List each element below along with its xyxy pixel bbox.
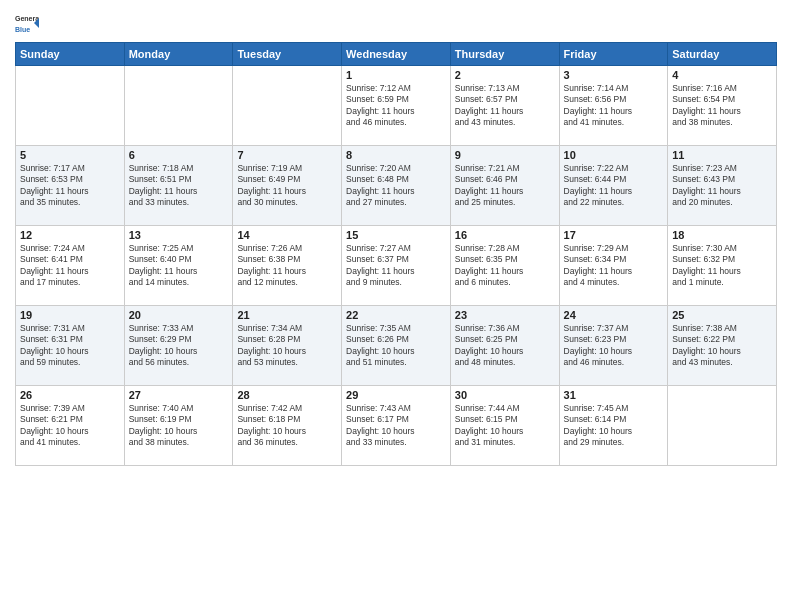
calendar-week-5: 26Sunrise: 7:39 AM Sunset: 6:21 PM Dayli…: [16, 386, 777, 466]
calendar-header-row: Sunday Monday Tuesday Wednesday Thursday…: [16, 43, 777, 66]
day-info: Sunrise: 7:26 AM Sunset: 6:38 PM Dayligh…: [237, 243, 337, 289]
calendar-cell: 18Sunrise: 7:30 AM Sunset: 6:32 PM Dayli…: [668, 226, 777, 306]
day-info: Sunrise: 7:27 AM Sunset: 6:37 PM Dayligh…: [346, 243, 446, 289]
calendar-cell: 10Sunrise: 7:22 AM Sunset: 6:44 PM Dayli…: [559, 146, 668, 226]
svg-text:Blue: Blue: [15, 26, 30, 33]
day-info: Sunrise: 7:36 AM Sunset: 6:25 PM Dayligh…: [455, 323, 555, 369]
day-number: 30: [455, 389, 555, 401]
day-number: 31: [564, 389, 664, 401]
day-number: 2: [455, 69, 555, 81]
day-number: 8: [346, 149, 446, 161]
day-number: 22: [346, 309, 446, 321]
day-info: Sunrise: 7:18 AM Sunset: 6:51 PM Dayligh…: [129, 163, 229, 209]
day-number: 15: [346, 229, 446, 241]
calendar-cell: 21Sunrise: 7:34 AM Sunset: 6:28 PM Dayli…: [233, 306, 342, 386]
day-number: 25: [672, 309, 772, 321]
calendar-cell: 22Sunrise: 7:35 AM Sunset: 6:26 PM Dayli…: [342, 306, 451, 386]
calendar-week-4: 19Sunrise: 7:31 AM Sunset: 6:31 PM Dayli…: [16, 306, 777, 386]
day-info: Sunrise: 7:38 AM Sunset: 6:22 PM Dayligh…: [672, 323, 772, 369]
day-number: 26: [20, 389, 120, 401]
day-info: Sunrise: 7:28 AM Sunset: 6:35 PM Dayligh…: [455, 243, 555, 289]
col-wednesday: Wednesday: [342, 43, 451, 66]
day-number: 21: [237, 309, 337, 321]
day-info: Sunrise: 7:35 AM Sunset: 6:26 PM Dayligh…: [346, 323, 446, 369]
day-info: Sunrise: 7:16 AM Sunset: 6:54 PM Dayligh…: [672, 83, 772, 129]
col-monday: Monday: [124, 43, 233, 66]
day-info: Sunrise: 7:44 AM Sunset: 6:15 PM Dayligh…: [455, 403, 555, 449]
day-info: Sunrise: 7:24 AM Sunset: 6:41 PM Dayligh…: [20, 243, 120, 289]
calendar-cell: [668, 386, 777, 466]
calendar-cell: 13Sunrise: 7:25 AM Sunset: 6:40 PM Dayli…: [124, 226, 233, 306]
day-info: Sunrise: 7:23 AM Sunset: 6:43 PM Dayligh…: [672, 163, 772, 209]
day-info: Sunrise: 7:25 AM Sunset: 6:40 PM Dayligh…: [129, 243, 229, 289]
day-number: 6: [129, 149, 229, 161]
calendar-cell: 6Sunrise: 7:18 AM Sunset: 6:51 PM Daylig…: [124, 146, 233, 226]
calendar-cell: 9Sunrise: 7:21 AM Sunset: 6:46 PM Daylig…: [450, 146, 559, 226]
calendar-cell: [16, 66, 125, 146]
calendar-week-1: 1Sunrise: 7:12 AM Sunset: 6:59 PM Daylig…: [16, 66, 777, 146]
day-number: 27: [129, 389, 229, 401]
day-info: Sunrise: 7:20 AM Sunset: 6:48 PM Dayligh…: [346, 163, 446, 209]
day-info: Sunrise: 7:30 AM Sunset: 6:32 PM Dayligh…: [672, 243, 772, 289]
calendar-cell: 2Sunrise: 7:13 AM Sunset: 6:57 PM Daylig…: [450, 66, 559, 146]
calendar-cell: 24Sunrise: 7:37 AM Sunset: 6:23 PM Dayli…: [559, 306, 668, 386]
calendar-cell: 29Sunrise: 7:43 AM Sunset: 6:17 PM Dayli…: [342, 386, 451, 466]
calendar-cell: 17Sunrise: 7:29 AM Sunset: 6:34 PM Dayli…: [559, 226, 668, 306]
calendar-cell: 15Sunrise: 7:27 AM Sunset: 6:37 PM Dayli…: [342, 226, 451, 306]
col-sunday: Sunday: [16, 43, 125, 66]
calendar-cell: 7Sunrise: 7:19 AM Sunset: 6:49 PM Daylig…: [233, 146, 342, 226]
day-number: 5: [20, 149, 120, 161]
day-info: Sunrise: 7:14 AM Sunset: 6:56 PM Dayligh…: [564, 83, 664, 129]
day-number: 16: [455, 229, 555, 241]
day-info: Sunrise: 7:34 AM Sunset: 6:28 PM Dayligh…: [237, 323, 337, 369]
day-number: 11: [672, 149, 772, 161]
day-info: Sunrise: 7:31 AM Sunset: 6:31 PM Dayligh…: [20, 323, 120, 369]
calendar-cell: 14Sunrise: 7:26 AM Sunset: 6:38 PM Dayli…: [233, 226, 342, 306]
calendar-cell: [233, 66, 342, 146]
calendar-cell: 16Sunrise: 7:28 AM Sunset: 6:35 PM Dayli…: [450, 226, 559, 306]
calendar-cell: 19Sunrise: 7:31 AM Sunset: 6:31 PM Dayli…: [16, 306, 125, 386]
day-number: 28: [237, 389, 337, 401]
col-friday: Friday: [559, 43, 668, 66]
day-info: Sunrise: 7:43 AM Sunset: 6:17 PM Dayligh…: [346, 403, 446, 449]
svg-text:General: General: [15, 15, 39, 22]
day-number: 10: [564, 149, 664, 161]
day-info: Sunrise: 7:37 AM Sunset: 6:23 PM Dayligh…: [564, 323, 664, 369]
day-number: 14: [237, 229, 337, 241]
day-number: 1: [346, 69, 446, 81]
calendar-cell: 11Sunrise: 7:23 AM Sunset: 6:43 PM Dayli…: [668, 146, 777, 226]
calendar-cell: 30Sunrise: 7:44 AM Sunset: 6:15 PM Dayli…: [450, 386, 559, 466]
day-info: Sunrise: 7:17 AM Sunset: 6:53 PM Dayligh…: [20, 163, 120, 209]
day-number: 4: [672, 69, 772, 81]
calendar-cell: 27Sunrise: 7:40 AM Sunset: 6:19 PM Dayli…: [124, 386, 233, 466]
page: General Blue Sunday Monday Tuesday Wedne…: [0, 0, 792, 612]
day-info: Sunrise: 7:45 AM Sunset: 6:14 PM Dayligh…: [564, 403, 664, 449]
calendar-cell: 20Sunrise: 7:33 AM Sunset: 6:29 PM Dayli…: [124, 306, 233, 386]
calendar-table: Sunday Monday Tuesday Wednesday Thursday…: [15, 42, 777, 466]
day-number: 12: [20, 229, 120, 241]
logo: General Blue: [15, 10, 39, 34]
calendar-cell: 4Sunrise: 7:16 AM Sunset: 6:54 PM Daylig…: [668, 66, 777, 146]
day-info: Sunrise: 7:12 AM Sunset: 6:59 PM Dayligh…: [346, 83, 446, 129]
day-info: Sunrise: 7:39 AM Sunset: 6:21 PM Dayligh…: [20, 403, 120, 449]
day-number: 29: [346, 389, 446, 401]
calendar-cell: 8Sunrise: 7:20 AM Sunset: 6:48 PM Daylig…: [342, 146, 451, 226]
calendar-week-3: 12Sunrise: 7:24 AM Sunset: 6:41 PM Dayli…: [16, 226, 777, 306]
calendar-week-2: 5Sunrise: 7:17 AM Sunset: 6:53 PM Daylig…: [16, 146, 777, 226]
day-info: Sunrise: 7:21 AM Sunset: 6:46 PM Dayligh…: [455, 163, 555, 209]
day-number: 19: [20, 309, 120, 321]
col-saturday: Saturday: [668, 43, 777, 66]
day-number: 18: [672, 229, 772, 241]
calendar-cell: 5Sunrise: 7:17 AM Sunset: 6:53 PM Daylig…: [16, 146, 125, 226]
col-thursday: Thursday: [450, 43, 559, 66]
calendar-cell: 3Sunrise: 7:14 AM Sunset: 6:56 PM Daylig…: [559, 66, 668, 146]
calendar-cell: 28Sunrise: 7:42 AM Sunset: 6:18 PM Dayli…: [233, 386, 342, 466]
calendar-cell: 12Sunrise: 7:24 AM Sunset: 6:41 PM Dayli…: [16, 226, 125, 306]
day-number: 23: [455, 309, 555, 321]
day-info: Sunrise: 7:42 AM Sunset: 6:18 PM Dayligh…: [237, 403, 337, 449]
day-info: Sunrise: 7:33 AM Sunset: 6:29 PM Dayligh…: [129, 323, 229, 369]
header: General Blue: [15, 10, 777, 34]
calendar-cell: 25Sunrise: 7:38 AM Sunset: 6:22 PM Dayli…: [668, 306, 777, 386]
day-info: Sunrise: 7:22 AM Sunset: 6:44 PM Dayligh…: [564, 163, 664, 209]
calendar-cell: 31Sunrise: 7:45 AM Sunset: 6:14 PM Dayli…: [559, 386, 668, 466]
